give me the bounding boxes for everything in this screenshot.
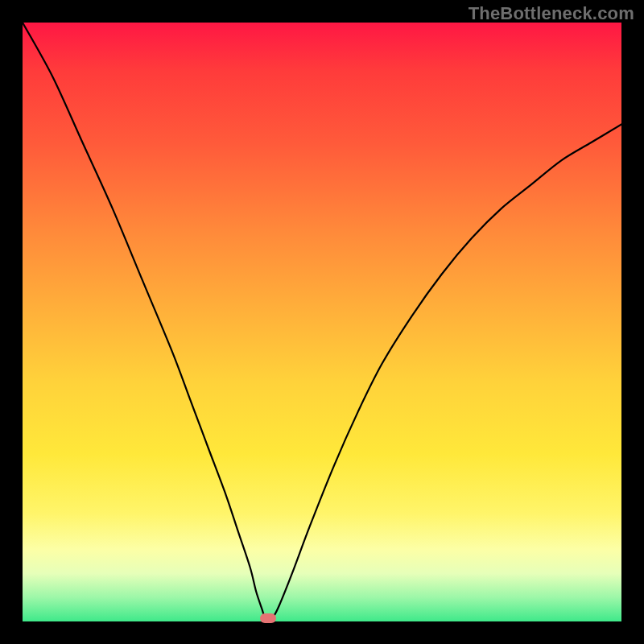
bottleneck-curve (23, 23, 621, 619)
chart-frame: TheBottleneck.com (0, 0, 644, 644)
plot-area (23, 23, 621, 621)
optimal-point-marker (260, 613, 276, 623)
curve-svg (23, 23, 621, 621)
watermark-text: TheBottleneck.com (469, 3, 634, 24)
